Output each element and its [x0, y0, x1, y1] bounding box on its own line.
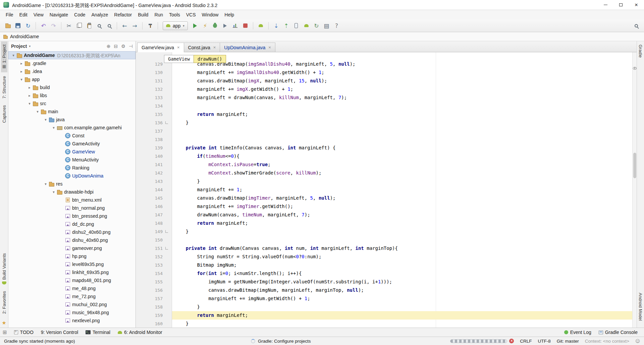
code-line[interactable]: 153 Bitmap imgNum; — [136, 261, 637, 269]
help-icon[interactable]: ? — [332, 21, 341, 30]
minimize-button[interactable] — [598, 0, 613, 10]
tree-item-linkhit-69x35-png[interactable]: linkhit_69x35.png — [8, 268, 136, 276]
stripe-button-android-model[interactable]: Android Model — [637, 290, 644, 324]
tree-item-level69x35-png[interactable]: level69x35.png — [8, 260, 136, 268]
fold-marker-icon[interactable] — [165, 230, 168, 233]
tree-item-me-72-png[interactable]: me_72.png — [8, 292, 136, 300]
run-icon[interactable] — [191, 21, 200, 30]
redo-icon[interactable]: ↷ — [49, 21, 58, 30]
cancel-task-icon[interactable]: × — [509, 339, 514, 343]
menu-run[interactable]: Run — [151, 11, 166, 19]
encoding-indicator[interactable]: UTF-8 — [538, 339, 551, 344]
stripe-button-gradle[interactable]: Gradle — [637, 42, 644, 61]
tree-item-const[interactable]: Const — [8, 132, 136, 140]
editor-tab-const-java[interactable]: Const.java× — [184, 43, 220, 52]
toolwindow-switcher-icon[interactable]: ⊞ — [3, 329, 7, 335]
code-line[interactable]: 160 } — [136, 320, 637, 328]
code-line[interactable]: 159 return marginLeft; — [136, 311, 637, 320]
tree-item-updownanima[interactable]: UpDownAnima — [8, 172, 136, 180]
vcs-branch-indicator[interactable]: Git: master — [557, 339, 579, 344]
menu-help[interactable]: Help — [221, 11, 237, 19]
toolwindow-button-terminal[interactable]: Terminal — [82, 329, 114, 336]
tree-item-hp-png[interactable]: hp.png — [8, 252, 136, 260]
stripe-button-build-variants[interactable]: Build Variants — [1, 250, 7, 287]
favorites-star-icon[interactable]: ★ — [2, 320, 6, 326]
update-project-icon[interactable]: ⇣ — [272, 21, 281, 30]
menu-build[interactable]: Build — [135, 11, 151, 19]
make-project-icon[interactable] — [146, 21, 155, 30]
code-line[interactable]: 136 } — [136, 119, 637, 127]
tree-item-androidgame[interactable]: ▾AndroidGameD:\20162313-苑洪铭-EXP5\An — [8, 51, 136, 59]
run-with-coverage-icon[interactable] — [221, 21, 230, 30]
attach-debugger-icon[interactable] — [256, 21, 265, 30]
tree-item-build[interactable]: ▸build — [8, 83, 136, 91]
project-structure-icon[interactable]: ▤ — [322, 21, 331, 30]
code-line[interactable]: 151 private int drawNum(Canvas canvas, i… — [136, 244, 637, 253]
menu-code[interactable]: Code — [71, 11, 88, 19]
tree-item-btn-normal-png[interactable]: btn_normal.png — [8, 204, 136, 212]
close-button[interactable]: × — [629, 0, 644, 10]
synchronize-icon[interactable]: ↻ — [23, 21, 33, 30]
menu-view[interactable]: View — [31, 11, 47, 19]
toolwindow-button-6-android-monitor[interactable]: 6: Android Monitor — [114, 329, 166, 336]
expanded-arrow-icon[interactable]: ▾ — [51, 190, 57, 194]
hide-panel-icon[interactable]: ⊣ — [129, 44, 133, 49]
code-line[interactable]: 144 marginLeft += 1; — [136, 186, 637, 194]
tree-item-libs[interactable]: ▸libs — [8, 91, 136, 99]
context-indicator[interactable]: Context: <no context> — [585, 339, 629, 344]
apply-changes-icon[interactable]: ⚡ — [201, 21, 210, 30]
tree-item-ranking[interactable]: Ranking — [8, 164, 136, 172]
toolwindow-button-9-version-control[interactable]: 9: Version Control — [37, 329, 82, 336]
context-method-chip[interactable]: drawNum() — [194, 55, 226, 63]
paste-icon[interactable] — [85, 21, 94, 30]
tree-item-app[interactable]: ▾app — [8, 75, 136, 83]
tree-item-muchui-002-png[interactable]: muchui_002.png — [8, 300, 136, 308]
menu-file[interactable]: File — [3, 11, 16, 19]
tree-item-mapds48-001-png[interactable]: mapds48_001.png — [8, 276, 136, 284]
tree-item-dishu-40x60-png[interactable]: dishu_40x60.png — [8, 236, 136, 244]
tree-item-drawable-hdpi[interactable]: ▾drawable-hdpi — [8, 188, 136, 196]
cut-icon[interactable]: ✂ — [64, 21, 73, 30]
code-line[interactable]: 158 } — [136, 303, 637, 311]
tree-item-me-48-png[interactable]: me_48.png — [8, 284, 136, 292]
editor-scrollbar[interactable] — [632, 52, 637, 328]
tree-item-dishu2-40x60-png[interactable]: dishu2_40x60.png — [8, 228, 136, 236]
code-line[interactable]: 145 canvas.drawBitmap(imgTimer, marginLe… — [136, 194, 637, 202]
inspections-eye-icon[interactable] — [633, 67, 637, 70]
code-line[interactable]: 139 private int timeInfo(Canvas canvas, … — [136, 144, 637, 152]
avd-manager-icon[interactable] — [292, 21, 301, 30]
code-line[interactable]: 137 — [136, 127, 637, 135]
code-line[interactable]: 135 return marginLeft; — [136, 110, 637, 119]
maximize-button[interactable] — [613, 0, 629, 10]
search-everywhere-icon[interactable] — [632, 21, 641, 30]
open-project-icon[interactable] — [3, 21, 12, 30]
commit-changes-icon[interactable]: ⇡ — [282, 21, 291, 30]
back-icon[interactable]: ← — [120, 21, 129, 30]
tree-item-gameview[interactable]: GameView — [8, 148, 136, 156]
context-class-chip[interactable]: GameView — [164, 55, 194, 63]
tree-item-src[interactable]: ▾src — [8, 99, 136, 108]
code-line[interactable]: 130 marginLeft += imgSmallDishu40.getWid… — [136, 68, 637, 77]
tree-item-idea[interactable]: ▸.idea — [8, 67, 136, 75]
fold-marker-icon[interactable] — [165, 247, 168, 250]
code-line[interactable]: 134 — [136, 102, 637, 110]
code-line[interactable]: 150 — [136, 236, 637, 244]
tree-item-com-example-game-gamehi[interactable]: ▾com.example.game.gamehi — [8, 124, 136, 132]
code-line[interactable]: 141 mContext.isPause=true; — [136, 160, 637, 169]
run-configuration-selector[interactable]: app▾ — [163, 21, 188, 30]
tree-item-gameactivity[interactable]: GameActivity — [8, 140, 136, 148]
code-line[interactable]: 138 — [136, 135, 637, 144]
expanded-arrow-icon[interactable]: ▾ — [18, 77, 24, 82]
code-line[interactable]: 149 } — [136, 227, 637, 236]
tree-item-btn-menu-xml[interactable]: btn_menu.xml — [8, 196, 136, 204]
find-icon[interactable] — [95, 21, 104, 30]
toolwindow-button-todo[interactable]: TODO — [10, 329, 37, 336]
expanded-arrow-icon[interactable]: ▾ — [10, 53, 16, 58]
menu-edit[interactable]: Edit — [16, 11, 31, 19]
expanded-arrow-icon[interactable]: ▾ — [26, 101, 33, 106]
tree-item-gameover-png[interactable]: gameover.png — [8, 244, 136, 252]
tree-item-gradle[interactable]: ▸.gradle — [8, 59, 136, 67]
tree-item-dd-dc-png[interactable]: dd_dc.png — [8, 220, 136, 228]
menu-window[interactable]: Window — [199, 11, 222, 19]
highlighting-level-icon[interactable]: ☺ — [635, 338, 640, 344]
